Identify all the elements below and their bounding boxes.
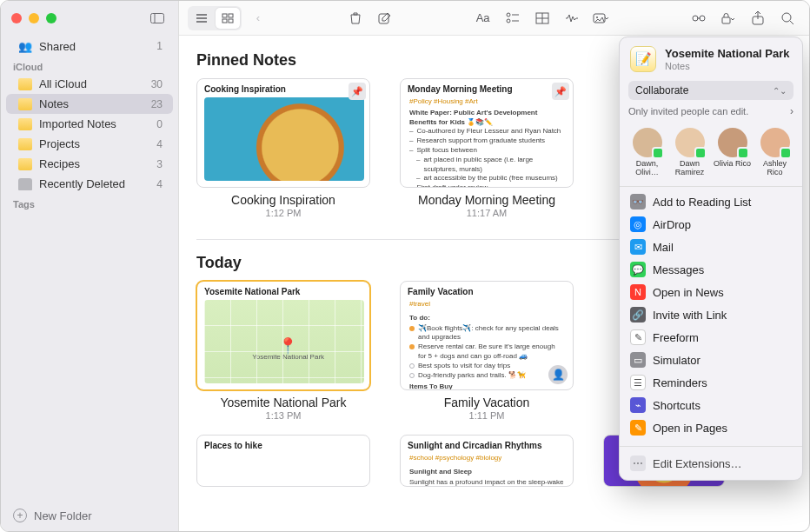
note-card-yosemite[interactable]: Yosemite National Park 📍 Yosemite Nation…: [196, 281, 370, 421]
new-folder-button[interactable]: + New Folder: [1, 499, 178, 531]
svg-line-25: [790, 21, 793, 24]
note-card-header: Monday Morning Meeting: [401, 79, 573, 97]
share-action-news[interactable]: NOpen in News: [620, 281, 802, 303]
note-card-time: 1:13 PM: [196, 410, 370, 421]
chevron-updown-icon: ⌃⌄: [773, 86, 787, 96]
list-view-button[interactable]: [189, 8, 214, 29]
svg-rect-5: [222, 14, 227, 17]
toggle-sidebar-icon[interactable]: [147, 10, 168, 27]
format-text-button[interactable]: Aa: [470, 7, 496, 30]
svg-point-10: [507, 13, 510, 17]
share-action-freeform[interactable]: ✎Freeform: [620, 326, 802, 349]
share-action-shortcuts[interactable]: ⌁Shortcuts: [620, 394, 802, 416]
collaborate-mode-select[interactable]: Collaborate ⌃⌄: [628, 81, 793, 100]
back-button[interactable]: ‹: [245, 7, 271, 30]
permission-row[interactable]: Only invited people can edit. ›: [628, 105, 793, 117]
share-button[interactable]: [745, 7, 771, 30]
audio-button[interactable]: [559, 7, 585, 30]
svg-rect-8: [229, 19, 233, 23]
share-action-reminders[interactable]: ☰Reminders: [620, 371, 802, 394]
share-action-invite-link[interactable]: 🔗Invite with Link: [620, 303, 802, 326]
note-thumbnail: [204, 97, 364, 181]
edit-extensions-button[interactable]: ⋯ Edit Extensions…: [620, 450, 802, 480]
search-button[interactable]: [774, 7, 800, 30]
window-titlebar: [1, 1, 178, 36]
reading-list-icon: 👓: [630, 194, 646, 209]
mail-icon: ✉︎: [630, 239, 646, 255]
svg-point-24: [782, 13, 791, 22]
share-person[interactable]: Olivia Rico: [714, 128, 751, 177]
sidebar-item-count: 0: [156, 118, 163, 130]
share-action-airdrop[interactable]: ◎AirDrop: [620, 213, 802, 236]
share-header: 📝 Yosemite National Park Notes: [620, 37, 802, 81]
plus-circle-icon: +: [13, 509, 27, 522]
note-card-cooking-inspiration[interactable]: Cooking Inspiration 📌 Cooking Inspiratio…: [196, 78, 370, 218]
folder-icon: [18, 118, 32, 130]
sidebar-item-count: 1: [156, 40, 163, 52]
folder-icon: [18, 138, 32, 150]
sidebar-item-label: All iCloud: [39, 77, 144, 90]
note-card-title: Yosemite National Park: [196, 396, 370, 409]
minimize-window-button[interactable]: [29, 13, 39, 23]
note-card-header: Cooking Inspiration: [197, 79, 369, 97]
share-action-reading-list[interactable]: 👓Add to Reading List: [620, 190, 802, 213]
link-button[interactable]: [686, 7, 712, 30]
pin-icon[interactable]: 📌: [552, 83, 569, 100]
shared-avatar-icon: 👤: [548, 365, 568, 384]
svg-rect-6: [229, 14, 233, 17]
pin-icon[interactable]: 📌: [349, 83, 366, 100]
freeform-icon: ✎: [630, 329, 646, 345]
share-action-pages[interactable]: ✎Open in Pages: [620, 416, 802, 439]
collaborate-label: Collaborate: [635, 84, 688, 96]
gallery-view-button[interactable]: [216, 8, 240, 29]
note-tags: #travel: [409, 300, 564, 311]
map-pin-icon: 📍: [278, 336, 297, 356]
zoom-window-button[interactable]: [46, 13, 56, 23]
share-action-mail[interactable]: ✉︎Mail: [620, 236, 802, 258]
note-card-header: Sunlight and Circadian Rhythms: [401, 436, 573, 454]
sidebar-item-all-icloud[interactable]: All iCloud 30: [6, 74, 173, 94]
note-tags: #school #psychology #biology: [409, 454, 564, 465]
notes-window: 👥 Shared 1 iCloud All iCloud 30 Notes 23…: [0, 0, 810, 532]
share-action-simulator[interactable]: ▭Simulator: [620, 349, 802, 371]
note-card-sunlight-circadian[interactable]: Sunlight and Circadian Rhythms #school #…: [400, 435, 574, 487]
share-action-messages[interactable]: 💬Messages: [620, 258, 802, 281]
popover-divider: [620, 446, 802, 447]
shortcuts-icon: ⌁: [630, 397, 646, 413]
svg-rect-7: [222, 19, 227, 23]
note-card-time: 1:12 PM: [196, 208, 370, 218]
notes-app-icon: 📝: [630, 46, 656, 72]
sidebar-item-notes[interactable]: Notes 23: [6, 94, 173, 114]
share-person[interactable]: Dawn Ramirez: [671, 128, 708, 177]
note-card-title: Family Vacation: [400, 396, 574, 409]
delete-note-button[interactable]: [342, 7, 368, 30]
sidebar-item-projects[interactable]: Projects 4: [6, 134, 173, 154]
note-card-family-vacation[interactable]: Family Vacation #travel To do: ✈️Book fl…: [400, 281, 574, 421]
checklist-button[interactable]: [500, 7, 526, 30]
compose-note-button[interactable]: [372, 7, 398, 30]
share-title: Yosemite National Park: [665, 47, 790, 61]
sidebar: 👥 Shared 1 iCloud All iCloud 30 Notes 23…: [1, 1, 179, 531]
share-popover: 📝 Yosemite National Park Notes Collabora…: [619, 37, 803, 481]
note-card-title: Monday Morning Meeting: [400, 193, 574, 207]
note-card-places-to-hike[interactable]: Places to hike: [196, 435, 370, 487]
window-controls: [11, 13, 56, 23]
sidebar-item-label: Shared: [39, 40, 149, 53]
table-button[interactable]: [529, 7, 555, 30]
toolbar: ‹ Aa: [179, 1, 809, 36]
note-preview: #Policy #Housing #Art White Paper: Publi…: [401, 97, 573, 188]
share-person[interactable]: Dawn, Olivi…hers: [628, 128, 666, 177]
airdrop-icon: ◎: [630, 216, 646, 232]
media-menu-button[interactable]: [588, 7, 614, 30]
note-card-monday-morning-meeting[interactable]: Monday Morning Meeting 📌 #Policy #Housin…: [400, 78, 574, 218]
lock-menu-button[interactable]: [715, 7, 741, 30]
close-window-button[interactable]: [11, 13, 22, 23]
invite-link-icon: 🔗: [630, 307, 646, 323]
share-person[interactable]: Ashley Rico: [756, 128, 793, 177]
share-actions-list: 👓Add to Reading List ◎AirDrop ✉︎Mail 💬Me…: [620, 187, 802, 442]
sidebar-item-recipes[interactable]: Recipes 3: [6, 154, 173, 174]
sidebar-item-recently-deleted[interactable]: Recently Deleted 4: [6, 174, 173, 194]
sidebar-item-imported-notes[interactable]: Imported Notes 0: [6, 114, 173, 134]
svg-rect-22: [722, 17, 730, 23]
sidebar-item-shared[interactable]: 👥 Shared 1: [6, 36, 173, 57]
